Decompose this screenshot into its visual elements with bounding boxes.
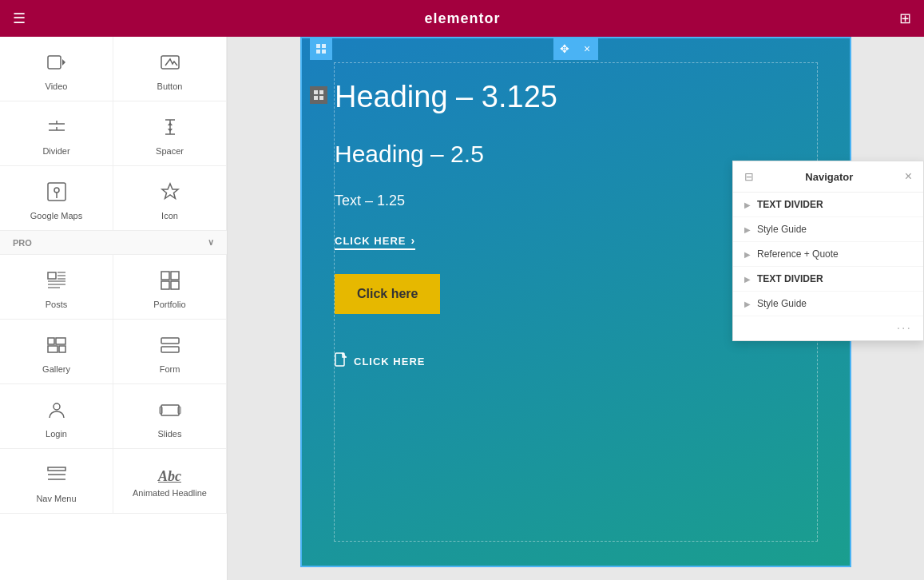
login-icon bbox=[46, 399, 68, 424]
sidebar-item-button[interactable]: Button bbox=[113, 37, 227, 101]
navigator-panel: ⊟ Navigator × ▶ TEXT DIVIDER ▶ Style Gui… bbox=[732, 161, 924, 341]
sidebar-item-spacer[interactable]: Spacer bbox=[113, 101, 227, 166]
svg-rect-15 bbox=[48, 272, 56, 279]
widget-grid-pro: Posts Portfolio Gallery Fo bbox=[0, 255, 227, 514]
spacer-icon bbox=[159, 116, 181, 141]
sidebar-item-posts[interactable]: Posts bbox=[0, 255, 113, 320]
canvas-frame: ✥ × Heading – 3.125 Heading – 2.5 Text –… bbox=[228, 37, 924, 580]
animated-headline-icon: Abc bbox=[158, 469, 181, 483]
navigator-item-label: Reference + Quote bbox=[757, 248, 839, 260]
svg-rect-28 bbox=[48, 346, 58, 352]
svg-marker-11 bbox=[168, 129, 173, 132]
navigator-arrow-icon: ▶ bbox=[744, 250, 751, 259]
click-here-link-text: CLICK HERE bbox=[335, 235, 406, 247]
sidebar-item-label: Animated Headline bbox=[133, 488, 207, 498]
navigator-close-button[interactable]: × bbox=[905, 169, 912, 184]
sidebar-item-label: Form bbox=[160, 364, 180, 374]
sidebar-item-label: Google Maps bbox=[30, 211, 82, 220]
sidebar-item-label: Icon bbox=[161, 211, 178, 220]
sidebar-item-login[interactable]: Login bbox=[0, 384, 113, 449]
svg-rect-33 bbox=[161, 405, 179, 415]
section-move-btn[interactable]: ✥ bbox=[553, 38, 576, 60]
sidebar-item-form[interactable]: Form bbox=[113, 320, 227, 384]
navigator-arrow-icon: ▶ bbox=[744, 225, 751, 234]
navigator-item-label: Style Guide bbox=[757, 224, 807, 235]
sidebar-item-animated-headline[interactable]: Abc Animated Headline bbox=[113, 449, 227, 514]
svg-rect-41 bbox=[316, 50, 320, 54]
svg-rect-0 bbox=[48, 56, 61, 69]
sidebar-item-label: Divider bbox=[42, 146, 69, 156]
sidebar-item-portfolio[interactable]: Portfolio bbox=[113, 255, 227, 320]
navigator-arrow-icon: ▶ bbox=[744, 275, 751, 284]
chevron-right-icon: › bbox=[410, 234, 415, 247]
navigator-item-style-guide-1[interactable]: ▶ Style Guide bbox=[733, 217, 923, 242]
svg-marker-1 bbox=[62, 59, 65, 66]
svg-rect-25 bbox=[171, 281, 179, 289]
sidebar-item-label: Gallery bbox=[42, 364, 70, 374]
elementor-logo: elementor bbox=[424, 10, 500, 27]
svg-rect-44 bbox=[319, 90, 323, 94]
menu-icon[interactable]: ☰ bbox=[13, 10, 26, 27]
pro-section-chevron[interactable]: ∨ bbox=[208, 237, 214, 248]
svg-rect-43 bbox=[314, 90, 318, 94]
yellow-button[interactable]: Click here bbox=[335, 274, 440, 314]
svg-rect-29 bbox=[59, 346, 65, 352]
svg-rect-24 bbox=[161, 281, 169, 289]
sidebar-item-nav-menu[interactable]: Nav Menu bbox=[0, 449, 113, 514]
click-here-link[interactable]: CLICK HERE › bbox=[335, 234, 415, 250]
sidebar-item-slides[interactable]: Slides bbox=[113, 384, 227, 449]
sidebar-item-label: Posts bbox=[46, 300, 68, 309]
svg-rect-39 bbox=[316, 44, 320, 48]
sidebar-item-divider[interactable]: Divider bbox=[0, 101, 113, 166]
text-small: Text – 1.25 bbox=[335, 193, 801, 209]
navigator-item-style-guide-2[interactable]: ▶ Style Guide bbox=[733, 292, 923, 316]
sidebar-item-label: Button bbox=[157, 81, 183, 91]
form-icon bbox=[159, 334, 181, 360]
navigator-item-label: TEXT DIVIDER bbox=[757, 199, 823, 210]
main-layout: Video Button Divider Space bbox=[0, 37, 924, 580]
portfolio-icon bbox=[159, 269, 181, 295]
svg-rect-42 bbox=[322, 50, 326, 54]
navigator-item-label: TEXT DIVIDER bbox=[757, 273, 823, 284]
col-handle[interactable] bbox=[310, 86, 327, 104]
svg-rect-30 bbox=[161, 338, 179, 344]
canvas-area: ✥ × Heading – 3.125 Heading – 2.5 Text –… bbox=[228, 37, 924, 580]
heading-medium: Heading – 2.5 bbox=[335, 140, 801, 169]
sidebar-item-icon[interactable]: Icon bbox=[113, 166, 227, 231]
svg-rect-46 bbox=[319, 96, 323, 100]
sidebar-item-label: Video bbox=[46, 81, 68, 91]
sidebar-item-video[interactable]: Video bbox=[0, 37, 113, 101]
slides-icon bbox=[159, 399, 181, 424]
posts-icon bbox=[46, 269, 68, 295]
sidebar-item-label: Portfolio bbox=[153, 300, 185, 309]
file-icon bbox=[335, 352, 347, 370]
sidebar: Video Button Divider Space bbox=[0, 37, 228, 580]
navigator-item-text-divider-1[interactable]: ▶ TEXT DIVIDER bbox=[733, 193, 923, 217]
navigator-item-text-divider-2[interactable]: ▶ TEXT DIVIDER bbox=[733, 267, 923, 292]
svg-rect-27 bbox=[56, 338, 65, 344]
sidebar-item-gallery[interactable]: Gallery bbox=[0, 320, 113, 384]
sidebar-item-google-maps[interactable]: Google Maps bbox=[0, 166, 113, 231]
icon-link[interactable]: CLICK HERE bbox=[335, 352, 425, 370]
svg-rect-31 bbox=[161, 347, 179, 352]
navigator-collapse-icon[interactable]: ⊟ bbox=[744, 170, 754, 183]
sidebar-item-label: Nav Menu bbox=[36, 494, 76, 503]
svg-rect-40 bbox=[322, 44, 326, 48]
widget-grid-standard: Video Button Divider Space bbox=[0, 37, 227, 231]
navigator-footer-dots: ··· bbox=[897, 321, 912, 336]
svg-rect-22 bbox=[161, 272, 169, 280]
pro-section-header[interactable]: PRO ∨ bbox=[0, 231, 227, 255]
navigator-title: Navigator bbox=[805, 171, 853, 183]
section-handle[interactable] bbox=[310, 38, 332, 60]
svg-rect-26 bbox=[48, 338, 54, 344]
navigator-item-label: Style Guide bbox=[757, 298, 807, 309]
section-controls: ✥ × bbox=[553, 38, 598, 60]
navigator-arrow-icon: ▶ bbox=[744, 300, 751, 308]
svg-rect-23 bbox=[171, 272, 179, 280]
navigator-item-reference-quote[interactable]: ▶ Reference + Quote bbox=[733, 242, 923, 267]
divider-icon bbox=[46, 116, 68, 141]
svg-rect-2 bbox=[161, 56, 179, 69]
nav-menu-icon bbox=[46, 463, 68, 489]
section-close-btn[interactable]: × bbox=[576, 38, 598, 60]
grid-icon[interactable]: ⊞ bbox=[899, 10, 911, 27]
